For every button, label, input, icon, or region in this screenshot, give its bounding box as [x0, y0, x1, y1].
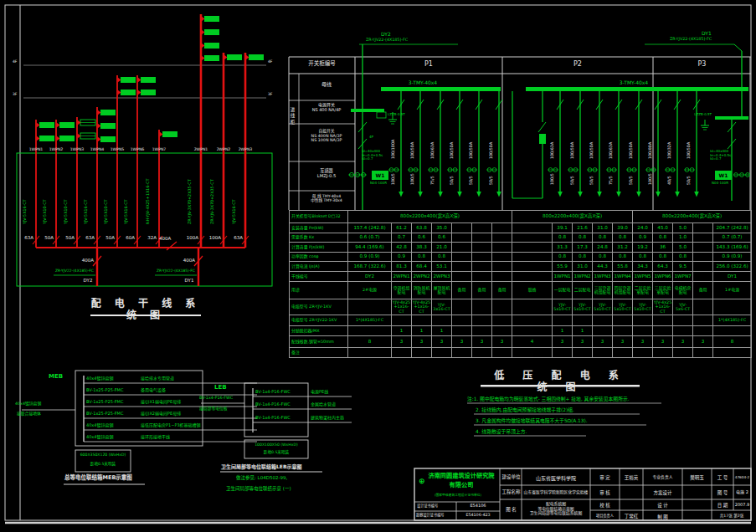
- table-cell: [633, 315, 653, 326]
- table-cell: [472, 326, 492, 336]
- note-line: 注:1. 图中配电箱均为明装落地式- 三相四线制+ 接地, 其余安装见本图所示.: [467, 396, 630, 402]
- meb-box-mount: 距地0.5米明装: [76, 462, 130, 466]
- leb-wire: BV-1x4-P16-FWC: [255, 416, 306, 421]
- feeder-breaker: 100/50A: [490, 142, 495, 159]
- table-cell: 8: [348, 336, 392, 348]
- table-cell: 备用: [472, 282, 492, 299]
- table-cell: 94.4 (169.6): [348, 243, 392, 253]
- table-cell: 1*(4X185)-FC: [348, 315, 392, 326]
- table-cell: 1WPN4: [613, 272, 633, 282]
- cabinet-dims: 800x2200x400(宽X高X深): [512, 211, 633, 223]
- table-cell: [348, 326, 392, 336]
- meb-dest: 接环形接地干线: [141, 435, 260, 440]
- riser-name: 1WPN1: [25, 147, 47, 151]
- table-cell: 2WPN3: [432, 272, 452, 282]
- table-cell: [492, 326, 512, 336]
- jobno-value: 47604-2: [733, 476, 751, 480]
- row-label: 干线编号: [290, 272, 348, 282]
- table-cell: [472, 272, 492, 282]
- leb-wire: BV-1x4-P16-FWC: [255, 402, 306, 407]
- table-cell: 3: [653, 336, 673, 348]
- table-cell: YJV- 5x10-CT: [593, 299, 613, 315]
- lead-label: 专业负责人: [643, 475, 682, 480]
- riser-cable: YJV-5X10-CT: [44, 199, 49, 224]
- table-cell: 55.8: [613, 262, 633, 272]
- table-cell: 1WPN6: [653, 272, 673, 282]
- table-cell: 0.8: [613, 253, 633, 262]
- feeder-ct: 50/5: [571, 176, 576, 185]
- table-cell: [452, 262, 472, 272]
- table-cell: [492, 348, 512, 358]
- table-cell: 39.1: [553, 223, 573, 233]
- spec-main-switch: 电源开关 NS 400 NA/4P: [300, 103, 353, 113]
- table-cell: 0.8: [573, 253, 593, 262]
- table-cell: [653, 348, 673, 358]
- table-row: 分励脱扣器/MX11111: [290, 326, 752, 336]
- table-cell: 64.3: [653, 262, 673, 272]
- tie-breaker-amp: 400A: [159, 236, 171, 241]
- riser-name: 1WPN7: [148, 147, 170, 151]
- table-cell: 45.0: [653, 223, 673, 233]
- table-cell: 0.8: [573, 233, 593, 243]
- table-row: 备注: [290, 348, 752, 358]
- leb-dest: 金属给水管道: [311, 402, 369, 407]
- feeder-breaker: 100/63A: [609, 142, 615, 159]
- row-label: 分励脱扣器/MX: [290, 326, 348, 336]
- draft-label: 制 图: [643, 514, 682, 519]
- riser-breaker: 100A: [203, 235, 221, 240]
- table-cell: [472, 299, 492, 315]
- feeder-ct: 50/5: [630, 176, 635, 185]
- header-p2: P2: [502, 60, 653, 68]
- table-cell: [452, 299, 472, 315]
- table-cell: 143.3 (169.6): [713, 243, 752, 253]
- feeder-ct: 100/5: [411, 173, 416, 185]
- table-cell: DY2: [348, 272, 392, 282]
- table-cell: 0.8: [412, 253, 432, 262]
- table-cell: 34.3: [633, 262, 653, 272]
- incoming-cable: ZR-YJV22-(4X185)-FC: [153, 269, 198, 273]
- table-cell: [452, 253, 472, 262]
- header-p3: P3: [653, 60, 751, 68]
- row-label: 备注: [290, 348, 348, 358]
- meb-dest: 接(J)X2弱电间PE母排: [141, 412, 260, 417]
- table-cell: [492, 272, 512, 282]
- table-cell: 1: [392, 326, 412, 336]
- incoming-name: DY1: [702, 30, 712, 36]
- table-cell: [472, 233, 492, 243]
- table-cell: [412, 348, 432, 358]
- table-cell: [512, 299, 553, 315]
- leb-dest: 建筑物梁柱内主筋: [311, 416, 369, 421]
- table-cell: [512, 326, 553, 336]
- table-cell: [713, 348, 752, 358]
- table-cell: 0.6: [412, 233, 432, 243]
- feeder-ct: 50/5: [470, 176, 475, 185]
- table-cell: 0.8: [593, 253, 613, 262]
- table-cell: 3: [633, 336, 653, 348]
- table-cell: 1.0: [673, 233, 693, 243]
- floor-label: 3F: [13, 92, 17, 96]
- table-cell: YJV- 5x10-CT: [633, 299, 653, 315]
- project-value: 山东省医学科学院新院区化学实验楼: [522, 490, 590, 495]
- riser-name: 1WPN2: [45, 147, 67, 151]
- row-label: 用途: [290, 282, 348, 299]
- table-row: 安装容量 Pe(kW)157.4 (242.8)61.263.835.039.1…: [290, 223, 752, 233]
- table-cell: [573, 348, 593, 358]
- table-cell: 5.0: [673, 243, 693, 253]
- table-cell: 0.8: [673, 253, 693, 262]
- table-cell: YJV- 5x6-CT: [673, 299, 693, 315]
- pole-label: 4P: [369, 136, 373, 140]
- feeder-breaker: 100/63A: [551, 142, 556, 159]
- feeder-breaker: 100/50A: [687, 142, 692, 159]
- feeder-ct: 100/5: [392, 173, 397, 185]
- meb-wire: BV-1x25-P25-FMC: [86, 400, 138, 405]
- table-cell: 1WPN1: [553, 272, 573, 282]
- riser-cable: ZR-YJV-3X70+2X35-CT: [211, 179, 216, 224]
- table-cell: [472, 253, 492, 262]
- leb-incoming-wire: BV-1x4-P16-FWC: [199, 396, 233, 401]
- table-cell: 0.8: [613, 233, 633, 243]
- w1-box-label: W1: [372, 172, 388, 178]
- table-cell: 备用: [492, 282, 512, 299]
- meb-wire: BV-1x25-P25-FMC: [86, 412, 138, 417]
- incoming-amp: 400A: [177, 258, 195, 263]
- table-cell: 24.0: [633, 223, 653, 233]
